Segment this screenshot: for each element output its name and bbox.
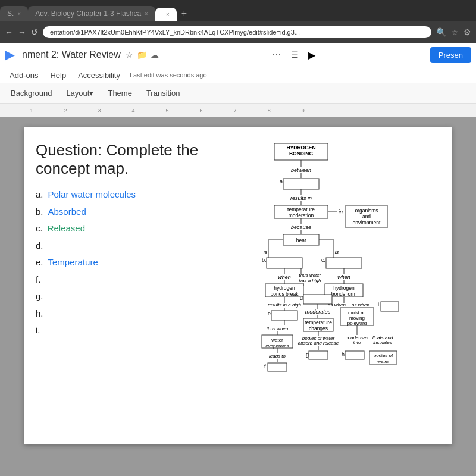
list-item: h. [36, 305, 202, 322]
answer-label-c: c. [36, 220, 43, 237]
svg-text:organisms: organisms [355, 208, 378, 214]
answer-value-e: Temperature [48, 254, 98, 271]
tab-bar: S. × Adv. Biology Chapter 1-3 Flashca × … [0, 0, 476, 21]
answer-label-h: h. [36, 305, 43, 322]
nav-back-icon[interactable]: ← [5, 27, 13, 37]
tab-prev-close[interactable]: × [17, 11, 21, 17]
svg-text:thus water: thus water [299, 273, 321, 278]
svg-text:bonds form: bonds form [331, 291, 357, 297]
menu-addons[interactable]: Add-ons [5, 70, 43, 81]
svg-text:bonds break: bonds break [271, 291, 299, 297]
folder-icon[interactable]: 📁 [137, 50, 147, 60]
slides-logo-icon: ▶ [5, 47, 15, 62]
tab-biology-close[interactable]: × [145, 11, 148, 17]
svg-text:i.: i. [378, 302, 381, 308]
svg-text:HYDROGEN: HYDROGEN [286, 145, 315, 151]
svg-text:water: water [377, 359, 389, 364]
svg-text:leads to: leads to [269, 353, 286, 359]
new-tab-button[interactable]: + [177, 6, 192, 21]
svg-text:into: into [353, 340, 361, 345]
answer-list: a. Polar water molecules b. Absorbed c. … [36, 186, 202, 339]
svg-text:temperature: temperature [287, 206, 315, 212]
svg-rect-36 [326, 258, 362, 268]
layout-button[interactable]: Layout▾ [60, 86, 99, 100]
list-item: f. [36, 271, 202, 289]
svg-text:b.: b. [262, 257, 267, 263]
svg-text:water: water [271, 337, 283, 343]
answer-label-d: d. [36, 237, 43, 255]
svg-rect-96 [309, 351, 328, 359]
answer-label-f: f. [36, 271, 40, 289]
svg-text:as when: as when [352, 302, 369, 308]
extensions-icon[interactable]: ⚙ [464, 27, 471, 37]
answer-label-a: a. [36, 186, 43, 203]
search-icon[interactable]: 🔍 [436, 27, 446, 37]
ruler-mark-2: 2 [64, 108, 67, 114]
list-item: b. Absorbed [36, 203, 202, 221]
ruler-marks: · 1 2 3 4 5 6 7 8 9 [5, 108, 471, 114]
address-bar: ← → ↺ entation/d/1PAX7lt2xUm0EhhKtPY4VxL… [0, 21, 476, 43]
svg-text:bodies of: bodies of [374, 353, 393, 358]
title-icons: ☆ 📁 ☁ [126, 50, 159, 60]
slides-title: nment 2: Water Review [22, 49, 121, 60]
list-item: c. Released [36, 220, 202, 237]
svg-rect-85 [268, 363, 287, 371]
title-bar: ▶ nment 2: Water Review ☆ 📁 ☁ 〰 ☰ ▶ Pres… [0, 43, 476, 67]
svg-rect-57 [271, 311, 298, 320]
svg-text:when: when [337, 274, 350, 280]
toolbar-bar: Background Layout▾ Theme Transition [0, 83, 476, 104]
menu-accessibility[interactable]: Accessibility [73, 70, 125, 81]
svg-text:moderates: moderates [305, 309, 331, 315]
svg-rect-7 [283, 178, 319, 189]
svg-text:results in a high: results in a high [268, 302, 302, 308]
last-edit-label: Last edit was seconds ago [130, 71, 207, 79]
transition-button[interactable]: Transition [140, 86, 186, 100]
answer-value-b: Absorbed [48, 203, 86, 221]
tab-biology[interactable]: Adv. Biology Chapter 1-3 Flashca × [28, 6, 155, 21]
ruler-mark-7: 7 [234, 108, 237, 114]
analytics-icon[interactable]: 〰 [273, 50, 281, 60]
background-button[interactable]: Background [5, 86, 58, 100]
tab-prev-label: S. [7, 10, 14, 18]
present-icon[interactable]: ▶ [308, 49, 315, 61]
svg-text:insulates: insulates [373, 340, 392, 345]
svg-rect-98 [345, 351, 364, 359]
svg-text:in: in [339, 209, 343, 215]
svg-text:hydrogen: hydrogen [333, 285, 355, 291]
theme-button[interactable]: Theme [102, 86, 137, 100]
ruler-mark-4: 4 [132, 108, 135, 114]
ruler-mark-8: 8 [268, 108, 271, 114]
ruler-mark-5: 5 [166, 108, 169, 114]
slide-right: HYDROGEN BONDING between a. results in t… [212, 141, 440, 435]
tab-slides-close[interactable]: × [166, 11, 170, 18]
star-icon[interactable]: ☆ [126, 50, 133, 60]
svg-text:as when: as when [328, 302, 346, 308]
list-item: d. [36, 237, 202, 255]
svg-text:changes: changes [309, 325, 328, 331]
url-box[interactable]: entation/d/1PAX7lt2xUm0EhhKtPY4VxLY_knDR… [43, 26, 431, 38]
svg-text:between: between [291, 167, 311, 173]
cloud-icon[interactable]: ☁ [151, 50, 159, 60]
nav-reload-icon[interactable]: ↺ [31, 27, 38, 37]
ruler-mark-3: 3 [98, 108, 101, 114]
bookmark-icon[interactable]: ☆ [451, 27, 459, 37]
svg-text:moving: moving [349, 315, 365, 321]
list-item: g. [36, 288, 202, 305]
list-item: i. [36, 322, 202, 339]
tab-prev[interactable]: S. × [0, 6, 28, 21]
svg-text:c.: c. [321, 257, 325, 263]
nav-forward-icon[interactable]: → [18, 27, 26, 37]
svg-text:is: is [264, 249, 268, 255]
comments-icon[interactable]: ☰ [291, 50, 299, 60]
svg-text:evaporates: evaporates [265, 343, 289, 349]
svg-text:when: when [278, 274, 291, 280]
list-item: a. Polar water molecules [36, 186, 202, 203]
slide-area: Question: Complete the concept map. a. P… [0, 117, 476, 476]
tab-slides[interactable]: × [155, 8, 177, 21]
menu-help[interactable]: Help [45, 70, 71, 81]
menu-bar: Add-ons Help Accessibility Last edit was… [0, 67, 476, 83]
answer-label-i: i. [36, 322, 40, 339]
svg-rect-74 [381, 302, 399, 311]
present-button[interactable]: Presen [430, 47, 471, 63]
svg-text:results in: results in [290, 195, 312, 201]
